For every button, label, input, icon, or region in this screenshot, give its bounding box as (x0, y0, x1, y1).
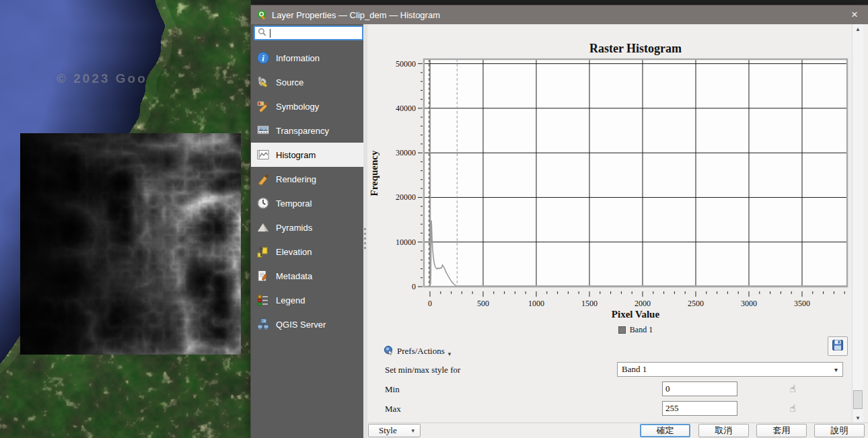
qgis-logo-icon (256, 9, 267, 20)
rendering-icon (256, 172, 270, 186)
sidebar-item-label: Legend (276, 295, 305, 305)
scroll-up-icon[interactable]: ▲ (853, 24, 863, 34)
dem-raster-layer (20, 133, 241, 355)
info-icon: i (256, 50, 270, 65)
max-pick-hand-icon[interactable]: ☝ (786, 402, 799, 414)
map-copyright-watermark: © 2023 Goo (57, 71, 147, 86)
apply-button[interactable]: 套用 (756, 424, 807, 437)
max-label: Max (385, 404, 401, 414)
min-pick-hand-icon[interactable]: ☝ (786, 383, 799, 395)
symbology-icon (256, 99, 270, 114)
prefs-actions-button[interactable]: Prefs/Actions ▾ (384, 344, 451, 359)
sidebar-item-rendering[interactable]: Rendering (251, 167, 363, 191)
prefs-actions-icon (384, 345, 394, 358)
ok-button[interactable]: 確定 (640, 424, 690, 437)
svg-text:2000: 2000 (635, 299, 651, 308)
histogram-icon (256, 147, 270, 162)
pyramids-icon (256, 220, 270, 235)
svg-text:20000: 20000 (396, 192, 416, 202)
svg-text:i: i (262, 53, 264, 63)
sidebar-item-label: QGIS Server (276, 320, 326, 330)
screen: © 2023 Goo Layer Properties — Clip_dem —… (0, 0, 868, 438)
elevation-icon (256, 244, 270, 259)
sidebar-item-elevation[interactable]: Elevation (251, 240, 363, 264)
x-axis-label: Pixel Value (424, 309, 847, 320)
vertical-scrollbar[interactable]: ▲ ▼ (852, 24, 863, 423)
sidebar-item-label: Elevation (276, 247, 312, 257)
set-minmax-label: Set min/max style for (385, 365, 460, 375)
svg-text:500: 500 (477, 299, 489, 308)
sidebar-item-symbology[interactable]: Symbology (251, 94, 363, 118)
chart-legend: Band 1 (424, 325, 847, 335)
transparency-icon (256, 123, 270, 138)
sidebar-item-label: Information (276, 53, 320, 63)
band-selector[interactable]: Band 1 ▾ (617, 362, 843, 377)
source-icon (256, 75, 270, 89)
scroll-down-icon[interactable]: ▼ (853, 413, 863, 423)
combo-arrow-icon: ▾ (834, 366, 838, 373)
sidebar-item-temporal[interactable]: Temporal (251, 191, 363, 215)
metadata-icon (256, 268, 270, 283)
svg-text:1000: 1000 (528, 299, 544, 308)
svg-text:40000: 40000 (396, 104, 416, 113)
svg-text:0: 0 (428, 299, 432, 308)
raster-histogram-plot[interactable]: 0500100015002000250030003500010000200003… (367, 24, 868, 340)
sidebar-item-label: Rendering (276, 174, 316, 184)
temporal-icon (256, 196, 270, 211)
legend-icon (256, 293, 270, 307)
sidebar-item-source[interactable]: Source (251, 70, 363, 94)
svg-text:3000: 3000 (741, 299, 757, 308)
svg-text:50000: 50000 (396, 59, 416, 69)
legend-swatch (618, 326, 626, 334)
sidebar-item-label: Pyramids (276, 223, 312, 233)
save-histogram-button[interactable] (828, 336, 848, 356)
style-menu-button[interactable]: Style ▾ (368, 424, 421, 437)
save-icon (832, 339, 844, 354)
close-icon[interactable]: × (841, 5, 868, 24)
sidebar-item-histogram[interactable]: Histogram (251, 143, 363, 167)
svg-text:0: 0 (412, 282, 416, 291)
sidebar: iInformationSourceSymbologyTransparencyH… (251, 24, 363, 438)
sidebar-item-label: Temporal (276, 198, 312, 209)
dialog-footer: Style ▾ 確定 取消 套用 說明 (367, 423, 868, 438)
sidebar-item-information[interactable]: iInformation (251, 46, 363, 70)
dialog-title: Layer Properties — Clip_dem — Histogram (272, 10, 440, 20)
sidebar-item-label: Transparency (276, 126, 329, 136)
min-label: Min (385, 384, 400, 395)
svg-text:10000: 10000 (396, 238, 416, 247)
sidebar-item-label: Histogram (276, 150, 316, 160)
dropdown-arrow-icon: ▾ (448, 351, 451, 357)
svg-text:2500: 2500 (688, 299, 704, 308)
band-selector-value: Band 1 (622, 364, 647, 375)
layer-properties-dialog: Layer Properties — Clip_dem — Histogram … (251, 5, 868, 438)
svg-text:3500: 3500 (794, 299, 810, 308)
min-value-input[interactable] (662, 381, 737, 396)
sidebar-item-label: Source (276, 77, 303, 87)
server-icon (256, 317, 270, 332)
scrollbar-thumb[interactable] (853, 390, 863, 409)
search-input[interactable] (254, 26, 363, 40)
sidebar-item-transparency[interactable]: Transparency (251, 118, 363, 143)
histogram-panel: Raster Histogram 05001000150020002500300… (367, 24, 868, 423)
sidebar-item-metadata[interactable]: Metadata (251, 264, 363, 288)
help-button[interactable]: 說明 (814, 424, 865, 437)
cancel-button[interactable]: 取消 (698, 424, 749, 437)
sidebar-nav: iInformationSourceSymbologyTransparencyH… (251, 46, 363, 336)
max-value-input[interactable] (662, 401, 737, 416)
sidebar-item-qgis-server[interactable]: QGIS Server (251, 312, 363, 336)
y-axis-label: Frequency (369, 130, 380, 217)
splitter-handle-icon (364, 228, 366, 249)
sidebar-item-pyramids[interactable]: Pyramids (251, 215, 363, 240)
sidebar-item-label: Metadata (276, 271, 312, 281)
dialog-titlebar[interactable]: Layer Properties — Clip_dem — Histogram … (251, 5, 868, 24)
svg-text:30000: 30000 (396, 148, 416, 157)
sidebar-item-legend[interactable]: Legend (251, 288, 363, 312)
sidebar-item-label: Symbology (276, 102, 319, 112)
text-caret (270, 29, 270, 38)
dropdown-arrow-icon: ▾ (411, 427, 414, 434)
legend-entry-label: Band 1 (630, 325, 653, 335)
search-icon (258, 27, 266, 39)
svg-text:1500: 1500 (581, 299, 598, 308)
